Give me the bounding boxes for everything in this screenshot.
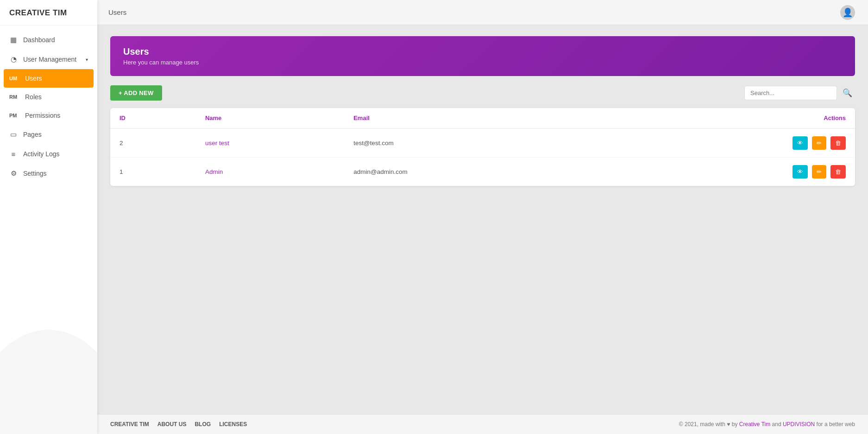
- delete-button[interactable]: 🗑: [830, 136, 846, 150]
- search-input[interactable]: [744, 86, 837, 100]
- user-management-icon: ◔: [9, 55, 18, 64]
- search-button[interactable]: 🔍: [840, 86, 855, 100]
- sidebar-prefix: RM: [9, 94, 19, 100]
- sidebar-item-label: Pages: [23, 131, 88, 138]
- activity-logs-icon: ≡: [9, 150, 18, 158]
- add-new-button[interactable]: + ADD NEW: [110, 85, 162, 101]
- page-header-card: Users Here you can manage users: [110, 36, 855, 76]
- sidebar-item-activity-logs[interactable]: ≡ Activity Logs: [0, 144, 97, 164]
- sidebar-item-dashboard[interactable]: ▦ Dashboard: [0, 30, 97, 50]
- edit-icon: ✏: [817, 168, 822, 175]
- col-header-email: Email: [344, 108, 597, 128]
- footer-link-blog[interactable]: BLOG: [195, 421, 211, 428]
- sidebar-item-label: Permissions: [25, 112, 88, 119]
- sidebar-item-pages[interactable]: ▭ Pages: [0, 125, 97, 144]
- sidebar-item-label: Activity Logs: [23, 150, 88, 158]
- page-header-title: Users: [123, 46, 842, 57]
- footer: CREATIVE TIM ABOUT US BLOG LICENSES © 20…: [97, 414, 868, 434]
- table-row: 2 user test test@test.com 👁 ✏ 🗑: [110, 128, 855, 158]
- sidebar-item-permissions[interactable]: PM Permissions: [0, 106, 97, 125]
- trash-icon: 🗑: [835, 140, 841, 147]
- edit-icon: ✏: [817, 140, 822, 147]
- cell-email: admin@admin.com: [344, 158, 597, 186]
- avatar[interactable]: 👤: [840, 5, 855, 20]
- chevron-down-icon: ▾: [86, 57, 88, 62]
- footer-link-about-us[interactable]: ABOUT US: [157, 421, 187, 428]
- footer-link-creative-tim[interactable]: CREATIVE TIM: [110, 421, 149, 428]
- eye-icon: 👁: [797, 140, 803, 147]
- col-header-actions: Actions: [597, 108, 855, 128]
- footer-links: CREATIVE TIM ABOUT US BLOG LICENSES: [110, 421, 247, 428]
- copyright-text: © 2021, made with: [679, 421, 727, 428]
- cell-id: 2: [110, 128, 196, 158]
- user-icon: 👤: [843, 7, 853, 18]
- footer-link-licenses[interactable]: LICENSES: [219, 421, 247, 428]
- footer-updivision-link[interactable]: UPDIVISION: [783, 421, 815, 428]
- content-area: Users Here you can manage users + ADD NE…: [97, 25, 868, 414]
- view-button[interactable]: 👁: [793, 165, 808, 179]
- heart-icon: ♥: [727, 421, 730, 428]
- edit-button[interactable]: ✏: [812, 165, 826, 179]
- sidebar-item-label: Users: [25, 75, 88, 82]
- sidebar: CREATIVE TIM ▦ Dashboard ◔ User Manageme…: [0, 0, 97, 434]
- table-header-row: ID Name Email Actions: [110, 108, 855, 128]
- footer-creative-tim-link[interactable]: Creative Tim: [739, 421, 770, 428]
- cell-actions: 👁 ✏ 🗑: [597, 128, 855, 158]
- sidebar-item-settings[interactable]: ⚙ Settings: [0, 164, 97, 183]
- cell-name[interactable]: user test: [196, 128, 344, 158]
- sidebar-item-users[interactable]: UM Users: [4, 69, 94, 88]
- and-text: and: [772, 421, 783, 428]
- footer-copyright: © 2021, made with ♥ by Creative Tim and …: [679, 421, 855, 428]
- by-text: by: [732, 421, 739, 428]
- settings-icon: ⚙: [9, 169, 18, 178]
- topbar: Users 👤: [97, 0, 868, 25]
- users-table: ID Name Email Actions 2 user test test@t…: [110, 108, 855, 186]
- col-header-name: Name: [196, 108, 344, 128]
- cell-id: 1: [110, 158, 196, 186]
- cell-actions: 👁 ✏ 🗑: [597, 158, 855, 186]
- users-table-card: ID Name Email Actions 2 user test test@t…: [110, 108, 855, 186]
- sidebar-nav: ▦ Dashboard ◔ User Management ▾ UM Users…: [0, 26, 97, 434]
- eye-icon: 👁: [797, 168, 803, 175]
- cell-email: test@test.com: [344, 128, 597, 158]
- sidebar-prefix: UM: [9, 76, 19, 81]
- sidebar-item-label: Settings: [23, 170, 88, 177]
- table-row: 1 Admin admin@admin.com 👁 ✏ 🗑: [110, 158, 855, 186]
- sidebar-item-label: Roles: [25, 93, 88, 101]
- dashboard-icon: ▦: [9, 36, 18, 44]
- footer-suffix: for a better web: [817, 421, 855, 428]
- sidebar-item-label: User Management: [23, 56, 80, 63]
- view-button[interactable]: 👁: [793, 136, 808, 150]
- sidebar-item-roles[interactable]: RM Roles: [0, 88, 97, 106]
- main-content: Users 👤 Users Here you can manage users …: [97, 0, 868, 434]
- sidebar-item-user-management[interactable]: ◔ User Management ▾: [0, 50, 97, 69]
- edit-button[interactable]: ✏: [812, 136, 826, 150]
- pages-icon: ▭: [9, 130, 18, 139]
- page-header-subtitle: Here you can manage users: [123, 59, 842, 66]
- delete-button[interactable]: 🗑: [830, 165, 846, 179]
- toolbar: + ADD NEW 🔍: [110, 85, 855, 101]
- col-header-id: ID: [110, 108, 196, 128]
- topbar-title: Users: [108, 8, 126, 16]
- sidebar-prefix: PM: [9, 113, 19, 118]
- cell-name[interactable]: Admin: [196, 158, 344, 186]
- search-area: 🔍: [744, 86, 855, 100]
- sidebar-logo: CREATIVE TIM: [0, 0, 97, 26]
- sidebar-item-label: Dashboard: [23, 36, 88, 44]
- search-icon: 🔍: [843, 89, 852, 97]
- trash-icon: 🗑: [835, 168, 841, 175]
